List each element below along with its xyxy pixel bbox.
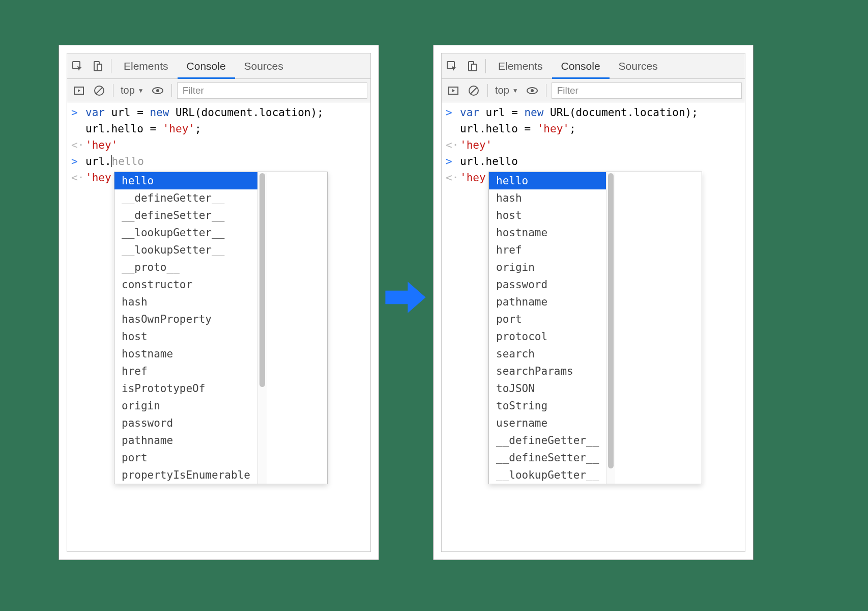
autocomplete-item[interactable]: __lookupGetter__ [489,466,606,484]
autocomplete-item[interactable]: href [114,363,257,380]
filter-input[interactable]: Filter [177,82,367,99]
toggle-sidebar-icon[interactable] [445,82,462,99]
autocomplete-item[interactable]: host [114,328,257,345]
tab-elements[interactable]: Elements [489,53,552,79]
console-output-row: <· 'hey' [67,137,370,153]
live-expression-icon[interactable] [524,82,541,99]
autocomplete-item[interactable]: __defineGetter__ [114,189,257,207]
autocomplete-item[interactable]: hash [489,189,606,207]
autocomplete-item[interactable]: __proto__ [114,259,257,276]
autocomplete-item[interactable]: hello [489,172,606,189]
autocomplete-item[interactable]: origin [114,397,257,414]
autocomplete-item[interactable]: hello [114,172,257,189]
autocomplete-item[interactable]: __defineGetter__ [489,432,606,449]
autocomplete-item[interactable]: username [489,414,606,432]
autocomplete-item[interactable]: href [489,241,606,259]
prompt-icon: > [446,104,460,121]
tab-console[interactable]: Console [552,53,610,79]
gutter-blank [446,121,460,137]
separator [171,84,172,97]
autocomplete-item[interactable]: origin [489,259,606,276]
console-body[interactable]: > var url = new URL(document.location); … [442,102,745,551]
console-input-row: > var url = new URL(document.location); [442,104,745,121]
context-label: top [495,85,509,96]
autocomplete-item[interactable]: constructor [114,276,257,293]
autocomplete-item[interactable]: host [489,207,606,224]
clear-console-icon[interactable] [91,82,108,99]
inspect-element-icon[interactable] [67,53,88,79]
autocomplete-list: hellohashhosthostnamehreforiginpasswordp… [489,172,606,484]
autocomplete-item[interactable]: hostname [489,224,606,241]
clear-console-icon[interactable] [465,82,482,99]
inspect-element-icon[interactable] [442,53,462,79]
separator [546,84,546,97]
context-label: top [121,85,135,96]
autocomplete-item[interactable]: port [114,449,257,466]
autocomplete-item[interactable]: toJSON [489,380,606,397]
device-toolbar-icon[interactable] [462,53,482,79]
code-line: url.hello = 'hey'; [460,121,576,137]
autocomplete-popup[interactable]: hellohashhosthostnamehreforiginpasswordp… [488,172,702,484]
autocomplete-item[interactable]: searchParams [489,363,606,380]
live-expression-icon[interactable] [149,82,166,99]
autocomplete-item[interactable]: protocol [489,328,606,345]
scrollbar[interactable] [606,172,615,484]
console-output-row: <· 'hey' [442,137,745,153]
separator [487,84,488,97]
code-line: url.hello = 'hey'; [85,121,201,137]
autocomplete-item[interactable]: __lookupSetter__ [114,241,257,259]
prompt-icon: > [446,153,460,170]
tab-elements[interactable]: Elements [114,53,178,79]
autocomplete-item[interactable]: port [489,311,606,328]
devtools-inner: Elements Console Sources top ▼ Filter [441,53,745,552]
tab-console[interactable]: Console [178,53,235,79]
autocomplete-item[interactable]: isPrototypeOf [114,380,257,397]
autocomplete-item[interactable]: pathname [489,293,606,311]
autocomplete-item[interactable]: __lookupGetter__ [114,224,257,241]
code-line: var url = new URL(document.location); [85,104,324,121]
console-input-row: > url.hello [442,153,745,170]
console-body[interactable]: > var url = new URL(document.location); … [67,102,370,551]
filter-placeholder: Filter [557,85,578,96]
filter-placeholder: Filter [183,85,204,96]
autocomplete-item[interactable]: password [114,414,257,432]
autocomplete-item[interactable]: hostname [114,345,257,363]
prompt-icon: > [71,104,85,121]
autocomplete-item[interactable]: toString [489,397,606,414]
filter-input[interactable]: Filter [552,82,742,99]
context-selector[interactable]: top ▼ [119,85,146,96]
console-input-row: url.hello = 'hey'; [442,121,745,137]
autocomplete-item[interactable]: hash [114,293,257,311]
autocomplete-item[interactable]: pathname [114,432,257,449]
scrollbar[interactable] [257,172,267,484]
autocomplete-item[interactable]: propertyIsEnumerable [114,466,257,484]
autocomplete-item[interactable]: search [489,345,606,363]
separator [485,59,486,73]
console-toolbar: top ▼ Filter [442,79,745,102]
scrollbar-thumb[interactable] [259,173,265,387]
autocomplete-item[interactable]: __defineSetter__ [489,449,606,466]
autocomplete-item[interactable]: hasOwnProperty [114,311,257,328]
toggle-sidebar-icon[interactable] [70,82,88,99]
tab-sources[interactable]: Sources [235,53,293,79]
autocomplete-popup[interactable]: hello__defineGetter____defineSetter____l… [114,172,328,484]
autocomplete-item[interactable]: __defineSetter__ [114,207,257,224]
output-value: 'hey' [85,170,118,186]
output-icon: <· [71,170,85,186]
autocomplete-item[interactable]: password [489,276,606,293]
tab-bar: Elements Console Sources [442,53,745,79]
output-icon: <· [71,137,85,153]
console-toolbar: top ▼ Filter [67,79,370,102]
autocomplete-list: hello__defineGetter____defineSetter____l… [114,172,257,484]
tab-sources[interactable]: Sources [610,53,667,79]
tab-bar: Elements Console Sources [67,53,370,79]
scrollbar-thumb[interactable] [608,173,614,468]
device-toolbar-icon[interactable] [88,53,108,79]
output-icon: <· [446,137,460,153]
code-line: url.hello [460,153,518,170]
context-selector[interactable]: top ▼ [493,85,520,96]
svg-line-15 [471,88,477,94]
output-value: 'hey' [460,137,492,153]
chevron-down-icon: ▼ [138,87,144,94]
gutter-blank [71,121,85,137]
